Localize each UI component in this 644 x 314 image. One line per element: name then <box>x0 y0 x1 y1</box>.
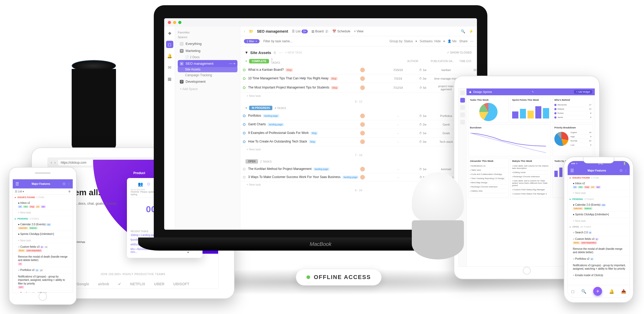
card-whos-behind[interactable]: Who's Behind Alexander17Makyla12Rohan8Ja… <box>553 97 593 123</box>
new-task[interactable]: + New task <box>568 190 630 197</box>
window-controls[interactable] <box>164 18 477 27</box>
task-item[interactable]: ● Inbox v2 uxdevbugp1api <box>13 200 73 210</box>
more-icon[interactable]: ⋮ <box>624 169 627 172</box>
view-board[interactable]: ▥ Board 2 <box>311 29 329 33</box>
subtasks[interactable]: Subtasks: Hide <box>420 39 441 43</box>
card-makyla[interactable]: Makyla This Week • User table: add colum… <box>510 158 551 198</box>
fab-add[interactable]: + <box>593 287 602 296</box>
info-icon[interactable]: ⓘ <box>63 182 65 186</box>
task-row[interactable]: Gantt Charts landing page-⏱ 2wGantt7top … <box>240 120 477 129</box>
logo-icon[interactable] <box>460 91 465 95</box>
more-icon[interactable]: ⋯ <box>470 39 473 43</box>
task-item[interactable]: ○ Custom fields v3 6 cf fieldsuser-reque… <box>13 244 73 254</box>
share[interactable]: Share <box>459 39 468 43</box>
sidebar-campaign[interactable]: Campaign Tracking <box>178 72 237 78</box>
menu-icon[interactable]: ☰ <box>570 168 574 173</box>
bell-icon[interactable]: 🔔 <box>166 52 173 60</box>
filter-input[interactable] <box>262 38 314 44</box>
task-row[interactable]: The Most Important Project Management Ti… <box>240 83 477 93</box>
icon-rail: ◆ ◻ 🔔 ✉ ▦ <box>164 27 175 230</box>
more-icon[interactable]: ⋮ <box>68 182 70 185</box>
inbox-icon[interactable]: ✉ <box>166 64 173 71</box>
collapse-icon[interactable]: ▾ <box>246 50 248 55</box>
menu-icon[interactable]: ☰ <box>15 181 19 186</box>
card-alex[interactable]: Alexander This Week • Notifications v3• … <box>468 158 509 198</box>
task-item[interactable]: Notifications v3 (groups) - group by imp… <box>568 262 630 272</box>
new-task[interactable]: + New task <box>568 218 630 224</box>
collapse-icon[interactable]: ▾ <box>246 60 247 63</box>
apps-icon[interactable] <box>460 120 465 125</box>
add-view[interactable]: + View <box>354 29 363 33</box>
sidebar-item-seo[interactable]: ▸SEO management⋯ + <box>178 60 237 67</box>
task-row[interactable]: 9 Examples of Professional Goals For Wor… <box>240 129 477 138</box>
gear-icon[interactable]: ⚙ <box>147 182 150 187</box>
inbox-icon[interactable]: 📥 <box>621 289 626 294</box>
search-icon[interactable]: 🔍 <box>461 29 465 33</box>
task-item[interactable]: ○ Portfolios v2 2 <box>568 256 630 262</box>
add-space[interactable]: + Add Space <box>178 85 237 93</box>
groupby[interactable]: Group by: Status <box>389 39 413 43</box>
task-item[interactable]: ○ Emails inside of ClickUp <box>568 272 630 279</box>
filter-icon[interactable]: ⚙ <box>68 190 71 193</box>
view-schedule[interactable]: 📅 Schedule <box>332 29 350 33</box>
apps-icon[interactable]: ▦ <box>166 75 173 82</box>
task-item[interactable]: ● Calendar 2.0 (Events) 13 calendarfeatu… <box>13 221 73 231</box>
task-item[interactable]: ○ Custom fields v3 6 fieldsuser-requeste… <box>568 236 630 246</box>
collapse-icon[interactable]: ▾ <box>246 106 247 110</box>
sidebar-item-marketing[interactable]: MMarketing <box>178 47 237 54</box>
task-item[interactable]: ○ Portfolios v2 2 pf <box>13 267 73 274</box>
status-open[interactable]: OPEN <box>246 159 258 164</box>
task-item[interactable]: ● Sprints ClickApp [Unlimited+] <box>13 231 73 238</box>
task-item[interactable]: ○ Search 2.0 4 <box>568 229 630 236</box>
new-task-row[interactable]: + New task <box>240 146 477 152</box>
logo-icon[interactable]: ◆ <box>166 29 173 37</box>
sidebar-docs[interactable]: 📄 2 Docs <box>178 54 237 60</box>
task-item[interactable]: ● Calendar 2.0 (Events) 13 calendarfeatu… <box>568 202 630 212</box>
nav-product[interactable]: Product <box>133 171 145 175</box>
status-inprogress[interactable]: IN PROGRESS <box>249 106 272 110</box>
pie-chart <box>479 103 498 121</box>
task-item[interactable]: ○ Emails inside of ClickUp <box>13 290 73 293</box>
home-icon[interactable]: ◻ <box>571 289 574 294</box>
edit-icon[interactable]: ✎ <box>532 91 534 93</box>
back-icon[interactable]: ‹ <box>51 161 52 164</box>
home-icon[interactable]: ◻ <box>166 41 173 48</box>
task-item[interactable]: ● Sprints ClickApp [Unlimited+] <box>568 211 630 218</box>
view-select[interactable]: ☰ List ▾ <box>15 190 24 193</box>
new-task-link[interactable]: + NEW TASK <box>285 51 302 54</box>
bell-icon[interactable] <box>460 105 465 110</box>
card-burndown[interactable]: Burndown <box>468 125 551 156</box>
search-icon[interactable]: 🔍 <box>581 289 586 294</box>
card-priority[interactable]: Priority Breakdown Urgent14High9Normal22… <box>553 125 593 156</box>
sidebar-item-everything[interactable]: ≡Everything <box>178 40 237 47</box>
task-row[interactable]: 10 Time Management Tips That Can Help Yo… <box>240 74 477 83</box>
bell-icon[interactable]: 🔔 <box>609 289 614 294</box>
task-row[interactable]: How To Create An Outstanding Tech Stack … <box>240 138 477 146</box>
add-widget-button[interactable]: + Add Widget <box>574 90 592 94</box>
filter-chip[interactable]: 1 filter × <box>244 39 260 43</box>
bolt-icon[interactable]: ⚡ <box>469 29 473 33</box>
me-filter[interactable]: 👤 Me <box>447 39 457 43</box>
card-sprint-points[interactable]: Sprint Points This Week <box>510 97 551 123</box>
sidebar-item-development[interactable]: DDevelopment <box>178 78 237 85</box>
new-task[interactable]: + New task <box>13 210 73 216</box>
view-list[interactable]: ☰ List 2+ <box>292 29 308 33</box>
home-icon[interactable] <box>460 98 465 103</box>
card-tasks-week[interactable]: Tasks This Week <box>468 97 509 123</box>
task-row[interactable]: Portfolios landing page-⏱ 1wPortfolios13… <box>240 112 477 120</box>
sidebar-site-assets[interactable]: Site Assets <box>178 67 237 72</box>
task-item[interactable]: ● Inbox v2 uxdevbugp1api <box>568 180 630 190</box>
task-item[interactable]: Notifications v3 (groups) - group by imp… <box>13 274 73 290</box>
spaces-header: Spaces <box>178 35 237 39</box>
status-complete[interactable]: COMPLETE <box>249 59 269 63</box>
back-icon[interactable]: ‹ <box>244 29 245 33</box>
info-icon[interactable]: ⓘ <box>620 169 622 173</box>
forward-icon[interactable]: › <box>54 161 56 164</box>
task-row[interactable]: What is a Kanban Board? blog7/15/19⏱ 1wk… <box>240 66 477 74</box>
new-task[interactable]: + New task <box>13 238 73 244</box>
new-task-row[interactable]: + New task <box>240 93 477 99</box>
show-closed[interactable]: ✓ SHOW CLOSED <box>447 51 472 54</box>
task-item[interactable]: Remove the modal of death (handle merge … <box>13 254 73 267</box>
task-item[interactable]: Remove the modal of death (handle merge … <box>568 246 630 256</box>
dash-icon[interactable] <box>460 112 465 117</box>
